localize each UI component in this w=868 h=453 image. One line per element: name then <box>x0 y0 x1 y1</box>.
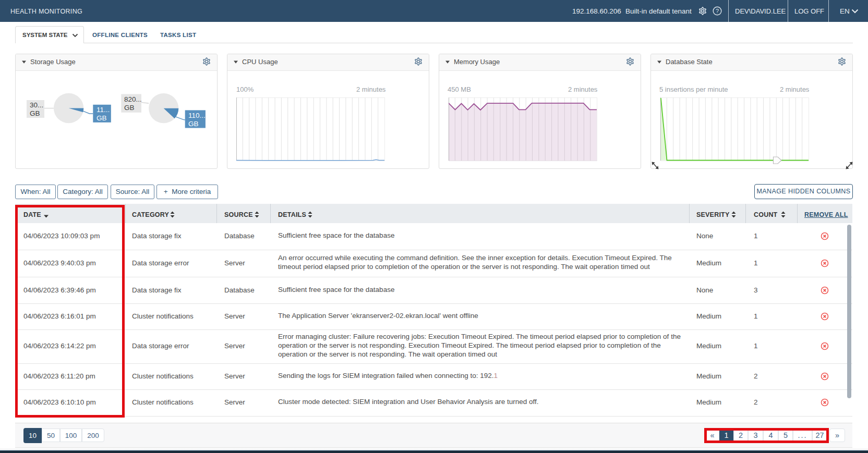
svg-text:GB: GB <box>30 109 40 117</box>
svg-text:110...: 110... <box>188 112 206 119</box>
svg-text:GB: GB <box>188 120 199 128</box>
svg-text:820...: 820... <box>124 95 142 103</box>
svg-text:?: ? <box>716 8 719 14</box>
svg-text:30...: 30... <box>30 101 43 109</box>
svg-text:GB: GB <box>124 104 135 112</box>
svg-text:GB: GB <box>97 114 107 122</box>
svg-text:11...: 11... <box>97 106 110 114</box>
